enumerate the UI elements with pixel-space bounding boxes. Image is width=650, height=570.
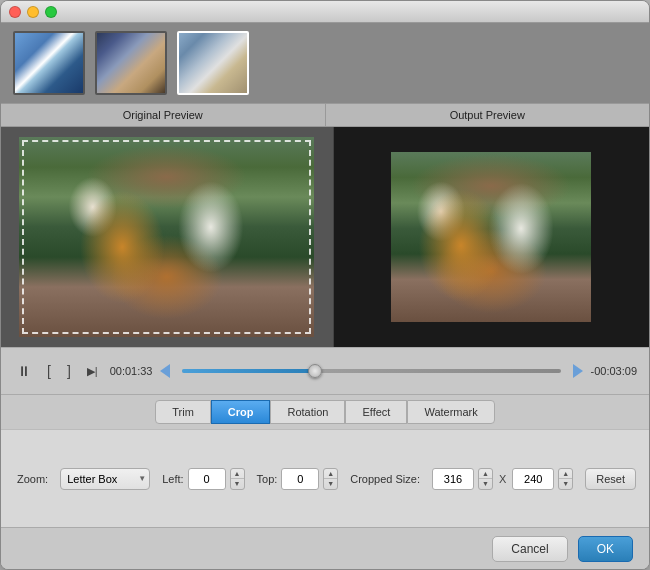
top-stepper: ▲ ▼ (323, 468, 338, 490)
size-x-separator: X (497, 473, 508, 485)
scrubber-thumb[interactable] (308, 364, 322, 378)
thumbnail-ski[interactable] (13, 31, 85, 95)
thumbnail-bar (1, 23, 649, 103)
tiger-image-output (391, 152, 591, 322)
original-preview-label: Original Preview (1, 109, 325, 121)
cropped-size-label: Cropped Size: (350, 473, 420, 485)
pause-button[interactable]: ⏸ (13, 361, 35, 381)
output-image-wrapper (391, 152, 591, 322)
main-window: Original Preview Output Preview ⏸ [ ] ▶|… (0, 0, 650, 570)
left-stepper: ▲ ▼ (230, 468, 245, 490)
remaining-time: -00:03:09 (591, 365, 637, 377)
left-input[interactable] (188, 468, 226, 490)
output-preview-label: Output Preview (326, 109, 650, 121)
zoom-label: Zoom: (17, 473, 48, 485)
bottom-bar: Cancel OK (1, 527, 649, 569)
top-input[interactable] (281, 468, 319, 490)
left-label: Left: (162, 473, 183, 485)
preview-area (1, 127, 649, 347)
thumbnail-group[interactable] (95, 31, 167, 95)
tab-trim[interactable]: Trim (155, 400, 211, 424)
scrubber-fill (182, 369, 314, 373)
zoom-select-wrap: Letter Box Pan & Scan Full (60, 468, 150, 490)
top-input-group: Top: ▲ ▼ (257, 468, 339, 490)
maximize-button[interactable] (45, 6, 57, 18)
reset-button[interactable]: Reset (585, 468, 636, 490)
play-step-button[interactable]: ▶| (83, 363, 102, 380)
preview-label-bar: Original Preview Output Preview (1, 103, 649, 127)
height-stepper-up[interactable]: ▲ (559, 469, 572, 480)
scrubber-left-arrow[interactable] (160, 364, 170, 378)
tab-watermark[interactable]: Watermark (407, 400, 494, 424)
top-stepper-up[interactable]: ▲ (324, 469, 337, 480)
minimize-button[interactable] (27, 6, 39, 18)
zoom-select[interactable]: Letter Box Pan & Scan Full (60, 468, 150, 490)
original-preview-pane (1, 127, 334, 347)
width-stepper-down[interactable]: ▼ (479, 479, 492, 489)
controls-panel: Zoom: Letter Box Pan & Scan Full Left: ▲… (1, 429, 649, 527)
ok-button[interactable]: OK (578, 536, 633, 562)
height-stepper: ▲ ▼ (558, 468, 573, 490)
width-input[interactable] (432, 468, 474, 490)
tiger-image-original (19, 137, 314, 337)
tab-bar: Trim Crop Rotation Effect Watermark (1, 395, 649, 429)
close-button[interactable] (9, 6, 21, 18)
width-stepper-up[interactable]: ▲ (479, 469, 492, 480)
thumbnail-cat[interactable] (177, 31, 249, 95)
original-image (19, 137, 314, 337)
bracket-left-button[interactable]: [ (43, 361, 55, 381)
tab-crop[interactable]: Crop (211, 400, 271, 424)
scrubber-bar: ⏸ [ ] ▶| 00:01:33 -00:03:09 (1, 347, 649, 395)
scrubber-right-arrow[interactable] (573, 364, 583, 378)
left-stepper-down[interactable]: ▼ (231, 479, 244, 489)
left-stepper-up[interactable]: ▲ (231, 469, 244, 480)
bracket-right-button[interactable]: ] (63, 361, 75, 381)
cancel-button[interactable]: Cancel (492, 536, 567, 562)
width-stepper: ▲ ▼ (478, 468, 493, 490)
top-label: Top: (257, 473, 278, 485)
scrubber-track[interactable] (182, 369, 560, 373)
size-input-group: ▲ ▼ X ▲ ▼ (432, 468, 573, 490)
left-input-group: Left: ▲ ▼ (162, 468, 244, 490)
titlebar (1, 1, 649, 23)
output-preview-pane (334, 127, 650, 347)
height-input[interactable] (512, 468, 554, 490)
current-time: 00:01:33 (110, 365, 153, 377)
tab-effect[interactable]: Effect (345, 400, 407, 424)
top-stepper-down[interactable]: ▼ (324, 479, 337, 489)
height-stepper-down[interactable]: ▼ (559, 479, 572, 489)
tab-rotation[interactable]: Rotation (270, 400, 345, 424)
